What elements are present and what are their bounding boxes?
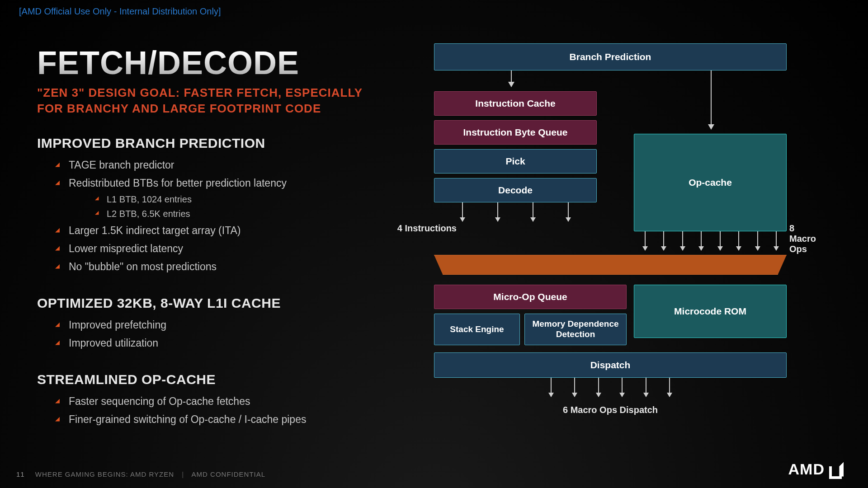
bullet: Faster sequencing of Op-cache fetches: [55, 394, 381, 410]
bullet: Improved prefetching: [55, 317, 381, 333]
bullet: Finer-grained switching of Op-cache / I-…: [55, 412, 381, 428]
label-6-macro-ops-dispatch: 6 Macro Ops Dispatch: [434, 405, 787, 415]
section-op-cache: STREAMLINED OP-CACHE Faster sequencing o…: [37, 372, 381, 427]
subtitle-line-2: FOR BRANCHY AND LARGE FOOTPRINT CODE: [37, 102, 321, 115]
bullet: Larger 1.5K indirect target array (ITA): [55, 223, 381, 239]
label-4-instructions: 4 Instructions: [384, 223, 457, 234]
arrow-row-decode: [462, 202, 569, 221]
arrow-row-dispatch: [551, 378, 670, 397]
box-ibq: Instruction Byte Queue: [434, 120, 597, 145]
box-dispatch: Dispatch: [434, 352, 787, 378]
sub-bullet: L2 BTB, 6.5K entries: [95, 206, 381, 221]
slide-subtitle: "ZEN 3" DESIGN GOAL: FASTER FETCH, ESPEC…: [37, 85, 363, 117]
footer-text-b: AMD CONFIDENTIAL: [192, 470, 266, 478]
box-op-cache: Op-cache: [634, 134, 787, 231]
subtitle-line-1: "ZEN 3" DESIGN GOAL: FASTER FETCH, ESPEC…: [37, 86, 363, 99]
footer-text-a: WHERE GAMING BEGINS: AMD RYZEN: [35, 470, 174, 478]
sub-bullet: L1 BTB, 1024 entries: [95, 192, 381, 206]
amd-logo-text: AMD: [788, 460, 825, 478]
box-mem-dependence: Memory Dependence Detection: [524, 314, 627, 345]
section-heading: IMPROVED BRANCH PREDICTION: [37, 136, 381, 151]
bullet: Lower mispredict latency: [55, 241, 381, 257]
arrow-row-opcache: [645, 231, 777, 250]
amd-logo-mark-icon: [829, 462, 844, 477]
text-content: IMPROVED BRANCH PREDICTION TAGE branch p…: [37, 136, 381, 449]
box-instruction-cache: Instruction Cache: [434, 91, 597, 116]
box-microcode-rom: Microcode ROM: [634, 285, 787, 338]
bullet: No "bubble" on most predictions: [55, 259, 381, 275]
bullet-text: Redistributed BTBs for better prediction…: [69, 177, 287, 189]
section-branch-prediction: IMPROVED BRANCH PREDICTION TAGE branch p…: [37, 136, 381, 275]
box-pick: Pick: [434, 149, 597, 174]
slide-title: FETCH/DECODE: [37, 44, 363, 81]
bullet: Improved utilization: [55, 335, 381, 352]
label-8-macro-ops: 8 Macro Ops: [789, 223, 816, 254]
title-block: FETCH/DECODE "ZEN 3" DESIGN GOAL: FASTER…: [37, 44, 363, 117]
box-branch-prediction: Branch Prediction: [434, 43, 787, 70]
slide-footer: 11 WHERE GAMING BEGINS: AMD RYZEN | AMD …: [16, 470, 265, 478]
section-l1i-cache: OPTIMIZED 32KB, 8-WAY L1I CACHE Improved…: [37, 296, 381, 351]
box-micro-op-queue: Micro-Op Queue: [434, 285, 627, 309]
confidentiality-banner: [AMD Official Use Only - Internal Distri…: [19, 6, 221, 17]
footer-separator: |: [182, 470, 184, 478]
box-stack-engine: Stack Engine: [434, 314, 520, 345]
box-mux: [434, 255, 787, 275]
section-heading: OPTIMIZED 32KB, 8-WAY L1I CACHE: [37, 296, 381, 311]
amd-logo: AMD: [788, 460, 844, 478]
arrow-icon: [511, 70, 512, 87]
bullet: TAGE branch predictor: [55, 157, 381, 174]
bullet: Redistributed BTBs for better prediction…: [55, 175, 381, 221]
page-number: 11: [16, 470, 25, 478]
section-heading: STREAMLINED OP-CACHE: [37, 372, 381, 387]
arrow-icon: [711, 70, 712, 129]
box-decode: Decode: [434, 178, 597, 202]
